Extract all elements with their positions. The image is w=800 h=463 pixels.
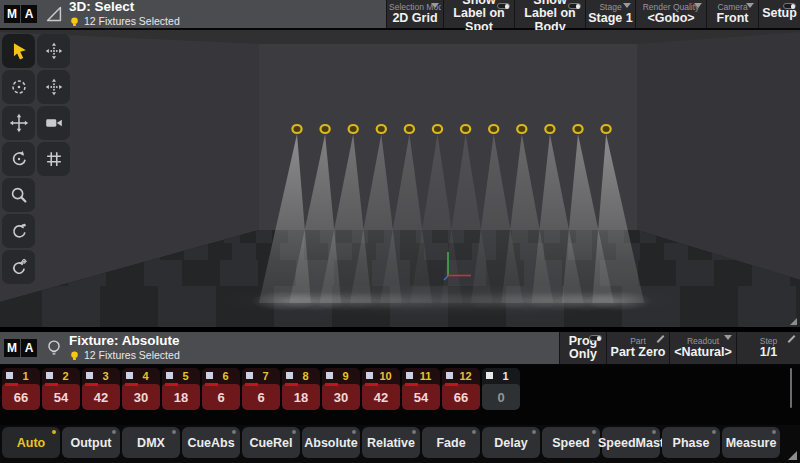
fixture-checkbox[interactable] (326, 372, 333, 379)
tab-dot-icon (712, 430, 716, 434)
tab-cueabs[interactable]: CueAbs (182, 427, 240, 458)
tool-pan-dots[interactable] (37, 34, 70, 68)
tool-camera-video[interactable] (37, 106, 70, 140)
fixture-3d-icon[interactable] (349, 125, 358, 133)
button-value: Part Zero (611, 346, 666, 359)
fixture-3d-icon[interactable] (517, 125, 526, 133)
button-natural[interactable]: Readout <Natural> (669, 332, 736, 364)
dimmer-bar (165, 383, 178, 386)
fixture-cell[interactable]: 8 18 (282, 368, 320, 410)
tool-column-right (37, 34, 70, 284)
tool-cursor-arrow[interactable] (2, 34, 35, 68)
button-stage-1[interactable]: Stage Stage 1 (585, 0, 635, 28)
tab-speed[interactable]: Speed (542, 427, 600, 458)
button-prog-only[interactable]: Prog Only (559, 332, 606, 364)
tab-phase[interactable]: Phase (662, 427, 720, 458)
fixture-cell[interactable]: 6 6 (202, 368, 240, 410)
pan-dots-icon (43, 40, 65, 62)
tool-orbit-target[interactable] (2, 250, 35, 284)
fixture-checkbox[interactable] (46, 372, 53, 379)
fixture-3d-icon[interactable] (433, 125, 442, 133)
fixture-checkbox[interactable] (86, 372, 93, 379)
fixture-checkbox[interactable] (6, 372, 13, 379)
fixture-checkbox[interactable] (406, 372, 413, 379)
fixture-cell[interactable]: 3 42 (82, 368, 120, 410)
fixture-cell[interactable]: 10 42 (362, 368, 400, 410)
fixture-3d-icon[interactable] (489, 125, 498, 133)
fixture-cell[interactable]: 5 18 (162, 368, 200, 410)
button-gobo[interactable]: Render Quality <Gobo> (635, 0, 706, 28)
tab-label: SpeedMast (598, 436, 664, 450)
tab-relative[interactable]: Relative (362, 427, 420, 458)
fixture-3d-icon[interactable] (405, 125, 414, 133)
fixture-3d-icon[interactable] (573, 125, 582, 133)
button-value: Front (717, 12, 749, 25)
fixture-3d-icon[interactable] (545, 125, 554, 133)
fixture-cell[interactable]: 1 66 (2, 368, 40, 410)
button-show-label-on-spot[interactable]: Show Label on Spot (443, 0, 514, 28)
tool-zoom-magnifier[interactable] (2, 178, 35, 212)
dimmer-value: 18 (162, 384, 200, 410)
fixture-checkbox[interactable] (366, 372, 373, 379)
tabbar-resize-handle[interactable] (788, 451, 797, 460)
fixture-checkbox[interactable] (206, 372, 213, 379)
tab-delay[interactable]: Delay (482, 427, 540, 458)
3d-window-title-area[interactable]: M A 3D: Select 12 Fixtures Selected (0, 0, 386, 28)
fixture-cell[interactable]: 11 54 (402, 368, 440, 410)
fixture-checkbox[interactable] (446, 372, 453, 379)
fixture-number: 5 (173, 370, 198, 382)
sheet-scrollbar[interactable] (790, 368, 792, 408)
fixture-window-title-area[interactable]: M A Fixture: Absolute 12 Fixtures Select… (0, 332, 559, 364)
tab-fade[interactable]: Fade (422, 427, 480, 458)
tool-pan-dots[interactable] (37, 70, 70, 104)
fixture-3d-icon[interactable] (461, 125, 470, 133)
tab-absolute[interactable]: Absolute (302, 427, 360, 458)
button-front[interactable]: Camera Front (706, 0, 758, 28)
fixture-3d-icon[interactable] (602, 125, 611, 133)
fixture-3d-icon[interactable] (321, 125, 330, 133)
fixture-cell[interactable]: 4 30 (122, 368, 160, 410)
tab-output[interactable]: Output (62, 427, 120, 458)
button-1-1[interactable]: Step 1/1 (736, 332, 800, 364)
button-2d-grid[interactable]: Selection Mode 2D Grid (386, 0, 443, 28)
button-part-zero[interactable]: Part Part Zero (606, 332, 669, 364)
fixture-cell[interactable]: 7 6 (242, 368, 280, 410)
tool-move-cross[interactable] (2, 106, 35, 140)
tool-target-circle[interactable] (2, 70, 35, 104)
stage-3d-viewport[interactable] (0, 30, 800, 327)
tab-cuerel[interactable]: CueRel (242, 427, 300, 458)
fixture-cell[interactable]: 2 54 (42, 368, 80, 410)
toggle-icon (783, 3, 796, 9)
dimmer-value: 66 (2, 384, 40, 410)
fixture-checkbox[interactable] (166, 372, 173, 379)
3d-window-toolbar: Selection Mode 2D Grid Show Label on Spo… (386, 0, 800, 28)
dropdown-icon (746, 3, 754, 8)
tool-orbit-arrow[interactable] (2, 214, 35, 248)
rotate-arrow-icon (8, 148, 30, 170)
fixture-checkbox[interactable] (486, 372, 493, 379)
dimmer-value: 42 (82, 384, 120, 410)
tab-dot-icon (352, 430, 356, 434)
fixture-number: 1 (493, 370, 518, 382)
fixture-3d-icon[interactable] (377, 125, 386, 133)
tab-dot-icon (172, 430, 176, 434)
fixture-checkbox[interactable] (126, 372, 133, 379)
tab-label: Speed (552, 436, 590, 450)
fixture-checkbox[interactable] (286, 372, 293, 379)
tab-dot-icon (232, 430, 236, 434)
tool-rotate-arrow[interactable] (2, 142, 35, 176)
zoom-magnifier-icon (8, 184, 30, 206)
fixture-cell[interactable]: 9 30 (322, 368, 360, 410)
tab-auto[interactable]: Auto (2, 427, 60, 458)
fixture-cell[interactable]: 1 0 (482, 368, 520, 410)
tool-grid-hash[interactable] (37, 142, 70, 176)
button-setup[interactable]: Setup (758, 0, 800, 28)
tab-label: DMX (137, 436, 165, 450)
fixture-cell[interactable]: 12 66 (442, 368, 480, 410)
tab-dmx[interactable]: DMX (122, 427, 180, 458)
tab-speedmast[interactable]: SpeedMast (602, 427, 660, 458)
fixture-checkbox[interactable] (246, 372, 253, 379)
tab-measure[interactable]: Measure (722, 427, 780, 458)
button-show-label-on-body[interactable]: Show Label on Body (514, 0, 585, 28)
fixture-3d-icon[interactable] (292, 125, 301, 133)
